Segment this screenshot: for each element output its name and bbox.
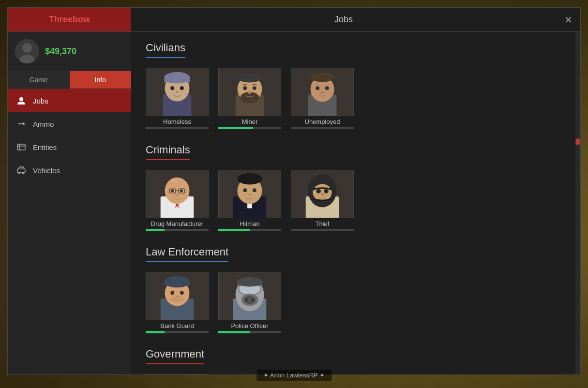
tab-info[interactable]: Info: [70, 71, 132, 89]
job-card-miner[interactable]: Miner: [218, 68, 281, 129]
svg-point-56: [238, 173, 262, 185]
svg-point-68: [321, 194, 324, 195]
job-progress-drug-manufacturer: [146, 229, 209, 231]
job-progress-thief: [291, 229, 354, 231]
job-progress-police-officer: [218, 331, 281, 333]
tab-row: Game Info: [8, 71, 131, 89]
svg-point-33: [316, 86, 319, 90]
job-card-bank-guard[interactable]: Bank Guard: [146, 272, 209, 333]
svg-point-66: [317, 190, 319, 192]
job-label-homeless: Homeless: [163, 118, 191, 125]
job-portrait-police-officer: [218, 272, 281, 320]
job-card-homeless[interactable]: Homeless: [146, 68, 209, 129]
job-label-police-officer: Police Officer: [231, 322, 268, 329]
section-law-enforcement: Law Enforcement: [146, 246, 566, 333]
svg-point-32: [311, 73, 334, 82]
job-portrait-hitman: [218, 170, 281, 218]
scrollbar-thumb[interactable]: [575, 138, 580, 145]
svg-rect-9: [17, 169, 25, 173]
nav-label-jobs: Jobs: [33, 97, 48, 105]
job-progress-bar-hitman: [218, 229, 250, 231]
job-label-miner: Miner: [242, 118, 258, 125]
svg-point-45: [175, 194, 179, 196]
job-label-unemployed: Unemployed: [305, 118, 340, 125]
jobs-icon: [15, 95, 27, 106]
section-title-civilians: Civilians: [146, 42, 185, 58]
main-content[interactable]: Civilians: [131, 32, 580, 374]
job-card-police-officer[interactable]: Police Officer: [218, 272, 281, 333]
job-card-thief[interactable]: Thief: [291, 170, 354, 231]
svg-rect-17: [165, 77, 190, 83]
job-card-drug-manufacturer[interactable]: Drug Manufacturer: [146, 170, 209, 231]
job-progress-bar-miner: [218, 127, 253, 129]
job-label-drug-manufacturer: Drug Manufacturer: [151, 220, 203, 227]
jobs-grid-government: [146, 374, 566, 374]
svg-point-74: [170, 291, 174, 295]
svg-point-35: [321, 91, 324, 93]
svg-point-67: [325, 190, 327, 192]
jobs-grid-law-enforcement: Bank Guard: [146, 272, 566, 333]
close-button[interactable]: ✕: [556, 8, 580, 31]
username-label: Threebow: [49, 15, 90, 25]
svg-point-1: [22, 43, 32, 53]
avatar: [15, 39, 39, 63]
nav-label-entities: Entities: [33, 143, 57, 151]
job-card-unemployed[interactable]: Unemployed: [291, 68, 354, 129]
svg-point-43: [171, 189, 174, 192]
job-card-hitman[interactable]: Hitman: [218, 170, 281, 231]
job-progress-hitman: [218, 229, 281, 231]
svg-point-24: [238, 73, 262, 83]
job-progress-bar-police-officer: [218, 331, 250, 333]
nav-item-ammo[interactable]: Ammo: [8, 112, 131, 135]
svg-point-26: [243, 86, 247, 90]
job-portrait-thief: [291, 170, 354, 218]
job-portrait-miner: [218, 68, 281, 116]
nav-item-jobs[interactable]: Jobs: [8, 89, 131, 112]
svg-point-88: [237, 277, 263, 287]
svg-marker-5: [23, 122, 25, 126]
profile-area: $49,370: [8, 32, 131, 71]
section-civilians: Civilians: [146, 42, 566, 129]
balance-display: $49,370: [45, 46, 76, 57]
svg-point-10: [18, 172, 20, 174]
titlebar-title-area: Jobs: [131, 15, 556, 25]
watermark: ✦ Arion LawlessRP ✦: [256, 370, 332, 381]
entities-icon: [15, 141, 27, 153]
svg-point-20: [176, 91, 179, 93]
job-progress-unemployed: [291, 127, 354, 129]
main-window: Threebow Jobs ✕ $49,370: [7, 7, 581, 375]
nav-item-entities[interactable]: Entities: [8, 135, 131, 159]
svg-point-46: [171, 179, 179, 183]
nav-item-vehicles[interactable]: Vehicles: [8, 159, 131, 182]
svg-point-44: [180, 189, 183, 192]
nav-label-ammo: Ammo: [33, 120, 54, 128]
job-progress-miner: [218, 127, 281, 129]
job-card-mayor[interactable]: [146, 374, 209, 374]
job-progress-bank-guard: [146, 331, 209, 333]
job-label-thief: Thief: [316, 220, 330, 227]
tab-game[interactable]: Game: [8, 71, 70, 89]
svg-point-19: [180, 86, 184, 90]
section-criminals: Criminals: [146, 144, 566, 231]
sidebar: $49,370 Game Info Jobs: [8, 32, 131, 374]
jobs-grid-criminals: Drug Manufacturer: [146, 170, 566, 231]
svg-point-11: [22, 172, 24, 174]
svg-point-86: [251, 298, 256, 302]
svg-point-85: [244, 298, 249, 302]
svg-rect-6: [17, 144, 25, 150]
section-title-criminals: Criminals: [146, 144, 190, 160]
nav-label-vehicles: Vehicles: [33, 166, 60, 175]
svg-point-27: [253, 86, 256, 90]
section-government: Government: [146, 348, 566, 374]
job-progress-homeless: [146, 127, 209, 129]
titlebar-username-area: Threebow: [8, 8, 131, 31]
section-title-government: Government: [146, 348, 204, 364]
svg-point-28: [248, 91, 252, 94]
vehicles-icon: [15, 164, 27, 176]
job-portrait-drug-manufacturer: [146, 170, 209, 218]
svg-point-34: [325, 86, 329, 90]
job-progress-bar-bank-guard: [146, 331, 165, 333]
scrollbar-track: [575, 32, 580, 374]
window-title: Jobs: [334, 15, 353, 25]
svg-point-18: [170, 86, 174, 90]
